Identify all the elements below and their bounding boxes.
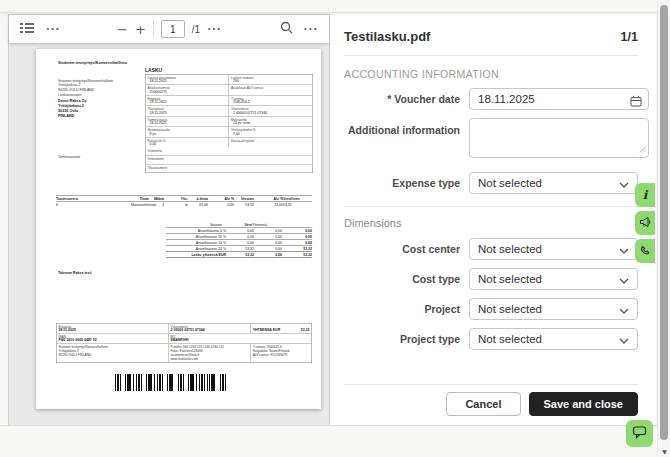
dimension-select[interactable]: Not selected <box>469 328 638 350</box>
resize-handle-icon[interactable] <box>639 139 646 157</box>
invoice-info-row: Viitteenne <box>146 148 313 157</box>
dimension-row: Project type Not selected <box>344 328 638 350</box>
chat-bubble-icon <box>632 425 647 443</box>
invoice-barcode <box>115 374 229 391</box>
actions-divider <box>344 384 638 385</box>
items-header-cell: Ale % <box>208 197 234 201</box>
action-buttons: Cancel Save and close <box>446 392 638 416</box>
voucher-date-control <box>469 88 649 110</box>
scrollbar-thumb[interactable] <box>660 5 668 440</box>
voucher-date-input[interactable] <box>469 88 649 110</box>
plus-icon: + <box>135 22 146 37</box>
sidebar-toggle-button[interactable] <box>20 22 34 37</box>
footer-bic-cell: BIC SBANFIHH <box>169 334 312 344</box>
search-button[interactable] <box>280 21 293 37</box>
page-total-label: /1 <box>192 24 200 35</box>
address-line: FINLAND <box>58 113 87 118</box>
cancel-button[interactable]: Cancel <box>446 392 520 416</box>
bottom-divider <box>0 425 657 426</box>
pdf-viewer: ··· − + /1 ··· ··· <box>8 14 330 426</box>
info-cell: Viitteenne <box>146 148 313 156</box>
invoice-info-single-rows: Viitteenne Viitteemme Tilausnumero <box>146 148 313 173</box>
invoice-info-dual-rows: Laskun päivämäärä18.11.2025 Laskun numer… <box>146 75 313 148</box>
toolbar-more-left-button[interactable]: ··· <box>46 24 60 35</box>
expense-type-select[interactable]: Not selected <box>469 172 638 194</box>
items-cell: 53,32 <box>234 203 254 207</box>
accounting-panel: Testilasku.pdf 1/1 ACCOUNTING INFORMATIO… <box>330 13 656 425</box>
invoice-vat-summary: VerotonVeroYhteensä Arvonlisävero 0 % 0,… <box>166 222 312 258</box>
additional-info-label: Additional information <box>344 124 460 162</box>
footer-row-3: Sisäinen testiyritys/KonsernihallintoYri… <box>57 344 312 363</box>
dimension-select[interactable]: Not selected <box>469 238 638 260</box>
chat-button[interactable] <box>626 420 653 447</box>
additional-info-control <box>469 118 649 162</box>
invoice-info-table: Laskun päivämäärä18.11.2025 Laskun numer… <box>145 74 313 173</box>
calendar-icon[interactable] <box>630 93 642 111</box>
dimension-label: Cost center <box>344 243 460 255</box>
vat-veroton: 0,00 <box>226 241 254 245</box>
info-icon: i <box>643 188 648 202</box>
footer-line: www.testilasku.com <box>171 357 249 361</box>
info-cell: Eräpäivä28.11.2025 <box>146 96 230 106</box>
info-cell: Toimituspäivä18.11.2025 <box>146 117 230 127</box>
vat-vero: 0,00 <box>254 241 282 245</box>
items-header-cell: Verollinen <box>283 197 300 201</box>
vat-total: 0,00 <box>282 241 312 245</box>
footer-contact-cell: Puhelin: 040 1234 123 / 040 1234 122Faks… <box>169 344 251 363</box>
toolbar-right-group: ··· <box>280 21 329 37</box>
page-number-input[interactable] <box>161 20 185 38</box>
toolbar-more-center-button[interactable]: ··· <box>207 24 221 35</box>
items-cell: 3 <box>149 203 164 207</box>
additional-info-textarea[interactable] <box>469 118 649 158</box>
ellipsis-icon: ··· <box>207 24 221 35</box>
dimension-row: Project Not selected <box>344 298 638 320</box>
footer-row-1: Eräpäivä 28.11.2025 Viitenumero 2 00000 … <box>57 324 312 334</box>
vat-veroton: 0,00 <box>226 229 254 233</box>
vat-label: Arvonlisävero 0 % <box>166 229 226 233</box>
dimension-select[interactable]: Not selected <box>469 298 638 320</box>
vat-label: Arvonlisävero 10 % <box>166 235 226 239</box>
info-cell: Viivästyskorko %7,00 <box>229 127 313 137</box>
zoom-out-button[interactable]: − <box>117 22 128 37</box>
thumbnail-list-icon <box>20 22 34 37</box>
footer-row-2: IBAN FI40 3610 0000 0487 52 BIC SBANFIHH <box>57 334 312 344</box>
items-data-row: 6Mainostelineisto3m61,000,0053,3224,0053… <box>56 202 312 209</box>
invoice-info-row: Laskun päivämäärä18.11.2025 Laskun numer… <box>146 75 313 86</box>
toolbar-divider <box>153 21 154 37</box>
dimension-row: Cost center Not selected <box>344 238 638 260</box>
dimension-select[interactable]: Not selected <box>469 268 638 290</box>
vat-label: Arvonlisävero 24 % <box>166 247 226 251</box>
expense-type-value: Not selected <box>478 177 542 189</box>
call-tab[interactable] <box>635 239 655 263</box>
items-header-cell: Tuote <box>131 197 149 201</box>
invoice-info-row: Asiakasnumero200000275 Asiakkaan ALV-tun… <box>146 85 313 96</box>
invoice-billing-address: Demo Raksa OyYrittäjänkatu 290230 OuluFI… <box>58 98 87 118</box>
save-and-close-button[interactable]: Save and close <box>529 392 639 416</box>
chevron-down-icon <box>619 270 629 288</box>
invoice-company-header: Sisäinen testiyritys/Konsernihallinto <box>58 60 127 65</box>
items-header-cell: Yks. <box>164 197 188 201</box>
vat-header-cell: Yhteensä <box>252 223 267 227</box>
toolbar-more-right-button[interactable]: ··· <box>304 24 318 35</box>
megaphone-icon <box>639 214 652 232</box>
scrollbar-down-arrow[interactable]: ▼ <box>658 448 670 455</box>
info-tab[interactable]: i <box>635 183 655 207</box>
chevron-down-icon <box>619 240 629 258</box>
footer-due-cell: Eräpäivä 28.11.2025 <box>57 324 169 334</box>
vat-header-cell: Vero <box>222 223 252 227</box>
announcements-tab[interactable] <box>635 211 655 235</box>
invoice-billing-label: Laskutusosoite <box>58 93 81 97</box>
dimension-value: Not selected <box>478 303 542 315</box>
footer-line: 90230 OULU FINLAND <box>59 353 167 357</box>
expense-type-row: Expense type Not selected <box>344 172 638 194</box>
footer-total-cell: YHTEENSÄ EUR53,32 <box>251 324 312 334</box>
zoom-in-button[interactable]: + <box>135 22 146 37</box>
dimensions-section-header: Dimensions <box>344 217 638 229</box>
document-title: Testilasku.pdf <box>344 29 430 44</box>
items-cell: 24,00 <box>254 203 283 207</box>
info-cell: Asiakasnumero200000275 <box>146 85 230 95</box>
invoice-info-row: Kassa-ale %0,00 Kassa-ale päivä <box>146 138 313 148</box>
dimension-row: Cost type Not selected <box>344 268 638 290</box>
items-header-cell: Alv % <box>254 197 283 201</box>
items-header-cell: Määrä <box>149 197 164 201</box>
